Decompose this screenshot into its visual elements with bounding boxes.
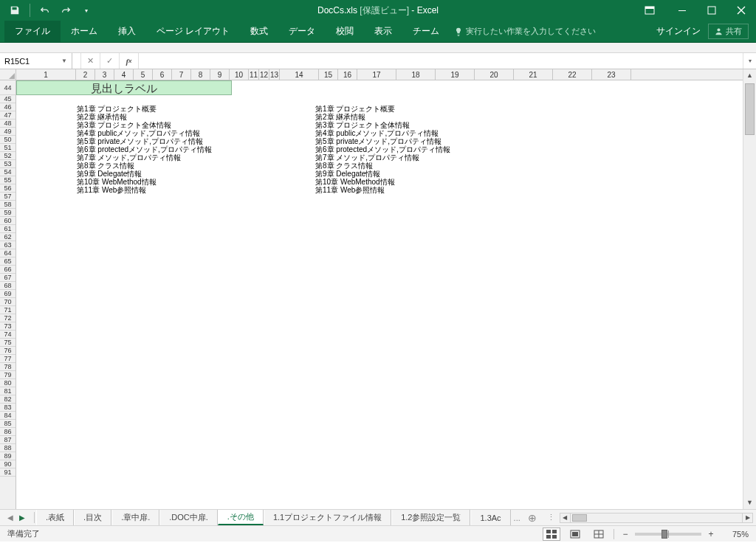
chapter-item[interactable]: 第2章 継承情報 <box>77 113 212 121</box>
row-header[interactable]: 67 <box>0 274 16 282</box>
chapter-item[interactable]: 第10章 WebMethod情報 <box>77 178 212 186</box>
sheet-tab[interactable]: .その他 <box>218 510 264 525</box>
row-header[interactable]: 82 <box>0 395 16 404</box>
page-layout-view-button[interactable] <box>566 528 584 541</box>
zoom-slider[interactable] <box>635 533 701 536</box>
scroll-up-button[interactable]: ▲ <box>743 69 756 82</box>
row-header[interactable]: 91 <box>0 468 16 477</box>
chapter-item[interactable]: 第4章 publicメソッド,プロパティ情報 <box>77 129 212 137</box>
col-header[interactable]: 9 <box>210 69 230 80</box>
sheet-tab[interactable]: .目次 <box>74 510 111 525</box>
chapter-item[interactable]: 第4章 publicメソッド,プロパティ情報 <box>315 129 450 137</box>
chapter-item[interactable]: 第2章 継承情報 <box>315 113 450 121</box>
col-header[interactable]: 16 <box>338 69 357 80</box>
row-header[interactable]: 83 <box>0 404 16 412</box>
chapter-item[interactable]: 第6章 protectedメソッド,プロパティ情報 <box>315 145 450 153</box>
name-box-dropdown-icon[interactable]: ▼ <box>61 58 67 64</box>
col-header[interactable]: 15 <box>319 69 338 80</box>
page-break-view-button[interactable] <box>590 528 608 541</box>
tabs-splitter[interactable]: ⋮ <box>544 513 558 522</box>
zoom-percent[interactable]: 75% <box>722 530 749 539</box>
ribbon-tab-6[interactable]: 校閲 <box>326 21 364 42</box>
row-header[interactable]: 54 <box>0 168 16 176</box>
row-header[interactable]: 75 <box>0 339 16 347</box>
scroll-track[interactable] <box>743 82 756 497</box>
col-header[interactable]: 6 <box>153 69 172 80</box>
row-header[interactable]: 78 <box>0 363 16 371</box>
row-header[interactable]: 58 <box>0 201 16 209</box>
row-header[interactable]: 84 <box>0 412 16 420</box>
chapter-item[interactable]: 第1章 プロジェクト概要 <box>315 105 450 113</box>
ribbon-tab-3[interactable]: ページ レイアウト <box>146 21 240 42</box>
col-header[interactable]: 7 <box>172 69 191 80</box>
row-header[interactable]: 59 <box>0 209 16 217</box>
ribbon-display-options-button[interactable] <box>636 0 663 21</box>
sheet-tab[interactable]: .章中扉. <box>111 510 159 525</box>
chapter-item[interactable]: 第11章 Web参照情報 <box>77 186 212 194</box>
ribbon-tab-2[interactable]: 挿入 <box>108 21 146 42</box>
vertical-scrollbar[interactable]: ▲ ▼ <box>743 69 756 509</box>
zoom-slider-knob[interactable] <box>662 530 667 539</box>
col-header[interactable]: 14 <box>280 69 319 80</box>
row-header[interactable]: 45 <box>0 95 16 103</box>
col-header[interactable]: 13 <box>269 69 280 80</box>
expand-formula-bar-button[interactable]: ▾ <box>743 53 756 69</box>
row-header[interactable]: 46 <box>0 103 16 111</box>
enter-formula-button[interactable]: ✓ <box>100 53 120 69</box>
ribbon-tab-1[interactable]: ホーム <box>61 21 108 42</box>
chapter-item[interactable]: 第8章 クラス情報 <box>315 162 450 170</box>
undo-button[interactable] <box>36 2 54 18</box>
formula-input[interactable] <box>139 53 743 69</box>
minimize-button[interactable] <box>667 0 697 21</box>
row-header[interactable]: 72 <box>0 314 16 322</box>
column-headers[interactable]: 1234567891011121314151617181920212223 <box>16 69 743 80</box>
row-header[interactable]: 51 <box>0 144 16 152</box>
row-header[interactable]: 57 <box>0 193 16 201</box>
ribbon-tab-8[interactable]: チーム <box>402 21 450 42</box>
hscroll-right-button[interactable]: ▶ <box>742 513 752 522</box>
row-header[interactable]: 70 <box>0 298 16 306</box>
col-header[interactable]: 20 <box>475 69 514 80</box>
row-header[interactable]: 88 <box>0 444 16 452</box>
chapter-item[interactable]: 第3章 プロジェクト全体情報 <box>315 121 450 129</box>
row-header[interactable]: 74 <box>0 331 16 339</box>
col-header[interactable]: 8 <box>191 69 210 80</box>
col-header[interactable]: 22 <box>553 69 592 80</box>
hscroll-thumb[interactable] <box>572 514 587 522</box>
row-header[interactable]: 69 <box>0 290 16 298</box>
row-header[interactable]: 64 <box>0 249 16 257</box>
row-header[interactable]: 47 <box>0 111 16 120</box>
chapter-item[interactable]: 第5章 privateメソッド,プロパティ情報 <box>315 137 450 145</box>
col-header[interactable]: 4 <box>114 69 134 80</box>
col-header[interactable]: 1 <box>16 69 76 80</box>
chapter-item[interactable]: 第10章 WebMethod情報 <box>315 178 450 186</box>
col-header[interactable]: 18 <box>396 69 436 80</box>
insert-function-button[interactable]: fx <box>120 53 139 69</box>
row-header[interactable]: 90 <box>0 460 16 468</box>
heading-label-banner[interactable]: 見出しラベル <box>16 80 232 95</box>
ribbon-tab-4[interactable]: 数式 <box>240 21 278 42</box>
tab-nav-next-button[interactable]: ▶ <box>19 513 25 522</box>
chapter-item[interactable]: 第8章 クラス情報 <box>77 162 212 170</box>
hscroll-left-button[interactable]: ◀ <box>560 513 571 522</box>
zoom-out-button[interactable]: − <box>620 529 630 539</box>
scroll-thumb[interactable] <box>745 83 755 135</box>
ribbon-tab-7[interactable]: 表示 <box>364 21 402 42</box>
chapter-item[interactable]: 第9章 Delegate情報 <box>77 170 212 178</box>
maximize-button[interactable] <box>697 0 726 21</box>
chapter-item[interactable]: 第7章 メソッド,プロパティ情報 <box>315 153 450 162</box>
row-header[interactable]: 50 <box>0 136 16 144</box>
row-header[interactable]: 61 <box>0 225 16 233</box>
normal-view-button[interactable] <box>543 528 560 541</box>
col-header[interactable]: 19 <box>436 69 475 80</box>
chapter-item[interactable]: 第7章 メソッド,プロパティ情報 <box>77 153 212 162</box>
col-header[interactable]: 5 <box>134 69 153 80</box>
ribbon-tab-0[interactable]: ファイル <box>4 21 61 42</box>
select-all-button[interactable] <box>0 69 16 80</box>
new-sheet-button[interactable]: ⊕ <box>523 510 541 525</box>
col-header[interactable]: 10 <box>230 69 249 80</box>
row-header[interactable]: 85 <box>0 420 16 428</box>
row-header[interactable]: 73 <box>0 322 16 331</box>
row-header[interactable]: 60 <box>0 217 16 225</box>
row-header[interactable]: 89 <box>0 452 16 460</box>
